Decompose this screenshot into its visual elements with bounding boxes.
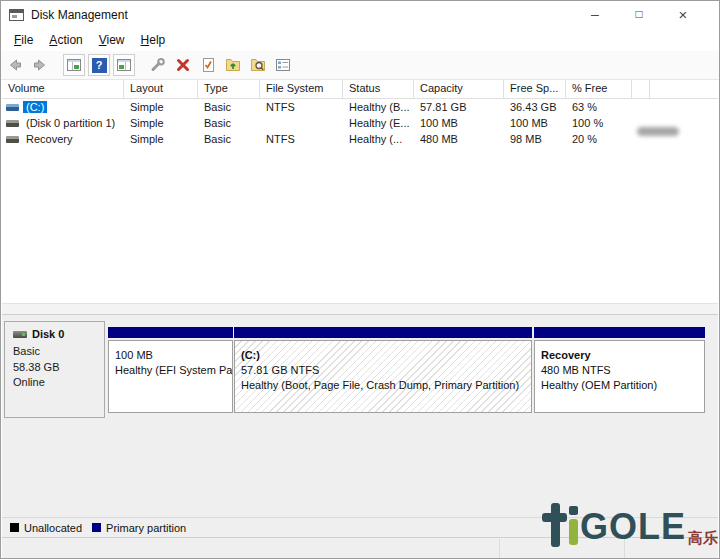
higole-watermark: GOLE 高乐 [542, 495, 718, 547]
free-space-cell: 98 MB [504, 133, 566, 145]
primary-partition-swatch [92, 523, 101, 532]
partition-color-bar [234, 327, 532, 338]
volume-name: (C:) [23, 101, 47, 113]
type-cell: Basic [198, 133, 260, 145]
column-header-free-space[interactable]: Free Sp... [504, 80, 566, 98]
disk-size: 58.38 GB [13, 360, 104, 376]
capacity-cell: 57.81 GB [414, 101, 504, 113]
wrench-icon[interactable] [147, 54, 169, 76]
file-system-cell: NTFS [260, 133, 343, 145]
partition-efi[interactable]: 100 MB Healthy (EFI System Pa [108, 321, 233, 418]
help-icon[interactable]: ? [88, 54, 110, 76]
forward-icon[interactable] [29, 54, 51, 76]
disk0-label-panel[interactable]: Disk 0 Basic 58.38 GB Online [4, 321, 105, 418]
window-title: Disk Management [31, 1, 128, 29]
capacity-cell: 100 MB [414, 117, 504, 129]
partition-line1: (C:) [241, 348, 527, 363]
partition-line2: 100 MB [115, 348, 228, 363]
volume-cell: Recovery [2, 133, 124, 145]
partition-line2: 480 MB NTFS [541, 363, 700, 378]
status-cell: Healthy (B... [343, 101, 414, 113]
folder-search-icon[interactable] [247, 54, 269, 76]
volume-list-header: Volume Layout Type File System Status Ca… [2, 79, 718, 99]
column-header-type[interactable]: Type [198, 80, 260, 98]
minimize-button[interactable]: – [575, 1, 615, 29]
statusbar-separator [499, 539, 500, 558]
higole-plus-glyph [542, 503, 567, 547]
redacted-text [637, 127, 679, 136]
toolbar: ? [1, 51, 719, 80]
type-cell: Basic [198, 101, 260, 113]
status-cell: Healthy (... [343, 133, 414, 145]
legend-label: Primary partition [106, 522, 186, 534]
disk-icon [13, 331, 27, 338]
partition-color-bar [108, 327, 233, 338]
type-cell: Basic [198, 117, 260, 129]
partition-body: Recovery 480 MB NTFS Healthy (OEM Partit… [534, 340, 705, 413]
close-button[interactable]: × [663, 1, 703, 29]
drive-icon [6, 104, 19, 111]
column-header-empty[interactable] [632, 80, 650, 98]
partition-c[interactable]: (C:) 57.81 GB NTFS Healthy (Boot, Page F… [234, 321, 532, 418]
column-header-pct-free[interactable]: % Free [566, 80, 632, 98]
properties-icon[interactable] [272, 54, 294, 76]
status-cell: Healthy (E... [343, 117, 414, 129]
layout-cell: Simple [124, 133, 198, 145]
menu-bar: File Action View Help [1, 29, 719, 51]
partition-line1: Recovery [541, 348, 700, 363]
partition-line3: Healthy (OEM Partition) [541, 378, 700, 393]
column-header-capacity[interactable]: Capacity [414, 80, 504, 98]
menu-action[interactable]: Action [41, 29, 90, 51]
legend-unallocated: Unallocated [10, 522, 82, 534]
column-header-layout[interactable]: Layout [124, 80, 198, 98]
pct-free-cell: 63 % [566, 101, 632, 113]
drive-icon [6, 136, 19, 143]
volume-row-recovery[interactable]: Recovery Simple Basic NTFS Healthy (... … [2, 131, 718, 147]
partition-recovery[interactable]: Recovery 480 MB NTFS Healthy (OEM Partit… [534, 321, 705, 418]
back-icon[interactable] [4, 54, 26, 76]
volume-row-partition1[interactable]: (Disk 0 partition 1) Simple Basic Health… [2, 115, 718, 131]
pane-splitter[interactable] [2, 303, 718, 315]
partition-color-bar [534, 327, 705, 338]
partition-line3: Healthy (EFI System Pa [115, 363, 228, 378]
legend-label: Unallocated [24, 522, 82, 534]
column-header-volume[interactable]: Volume [2, 80, 124, 98]
disk-type: Basic [13, 344, 104, 360]
delete-volume-icon[interactable] [172, 54, 194, 76]
partition-body: 100 MB Healthy (EFI System Pa [108, 340, 233, 413]
free-space-cell: 100 MB [504, 117, 566, 129]
disk-name: Disk 0 [32, 328, 64, 340]
menu-view[interactable]: View [91, 29, 133, 51]
higole-i-glyph [569, 503, 578, 547]
disk0-row: Disk 0 Basic 58.38 GB Online 100 MB Heal… [2, 321, 718, 419]
pct-free-cell: 100 % [566, 117, 632, 129]
higole-brand-chinese: 高乐 [688, 528, 718, 547]
show-action-pane-icon[interactable] [113, 54, 135, 76]
layout-cell: Simple [124, 101, 198, 113]
volume-list: Volume Layout Type File System Status Ca… [2, 79, 718, 303]
menu-help[interactable]: Help [133, 29, 174, 51]
maximize-button[interactable]: □ [619, 1, 659, 29]
pct-free-cell: 20 % [566, 133, 632, 145]
legend-primary-partition: Primary partition [92, 522, 186, 534]
disk-status: Online [13, 375, 104, 391]
volume-row-c[interactable]: (C:) Simple Basic NTFS Healthy (B... 57.… [2, 99, 718, 115]
app-icon [9, 9, 24, 21]
volume-cell: (Disk 0 partition 1) [2, 117, 124, 129]
partition-line3: Healthy (Boot, Page File, Crash Dump, Pr… [241, 378, 527, 393]
higole-brand-text: GOLE [580, 507, 686, 547]
column-header-file-system[interactable]: File System [260, 80, 343, 98]
capacity-cell: 480 MB [414, 133, 504, 145]
volume-cell: (C:) [2, 101, 124, 113]
disk-management-window: Disk Management – □ × File Action View H… [0, 0, 720, 559]
title-bar: Disk Management – □ × [1, 1, 719, 29]
drive-icon [6, 120, 19, 127]
folder-up-icon[interactable] [222, 54, 244, 76]
free-space-cell: 36.43 GB [504, 101, 566, 113]
column-header-status[interactable]: Status [343, 80, 414, 98]
layout-cell: Simple [124, 117, 198, 129]
menu-file[interactable]: File [6, 29, 41, 51]
task-check-icon[interactable] [197, 54, 219, 76]
show-console-tree-icon[interactable] [63, 54, 85, 76]
partition-body-selected: (C:) 57.81 GB NTFS Healthy (Boot, Page F… [234, 340, 532, 413]
